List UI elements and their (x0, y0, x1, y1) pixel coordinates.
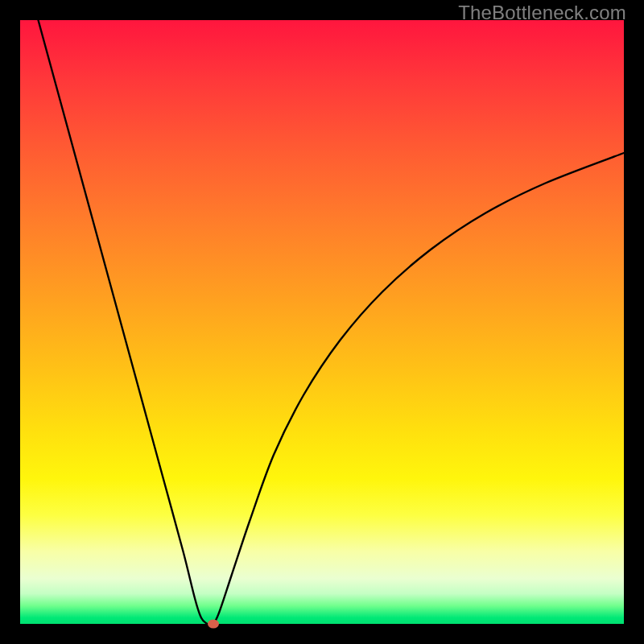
plot-area (20, 20, 624, 624)
chart-frame: TheBottleneck.com (0, 0, 644, 644)
bottleneck-curve (20, 20, 624, 624)
optimal-point-marker (208, 620, 219, 629)
